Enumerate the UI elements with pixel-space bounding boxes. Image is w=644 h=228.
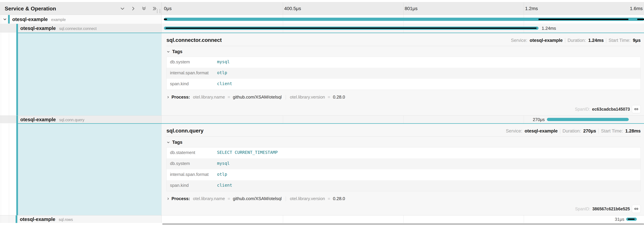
tag-value: client [217,180,640,188]
critical-path-mark [166,28,536,29]
service-value: otesql-example [524,128,558,134]
tags-section-toggle[interactable]: Tags [166,140,641,145]
collapse-one-icon[interactable] [120,6,125,12]
gridline [403,215,404,223]
tag-row: span.kind client [167,180,640,191]
horizontal-scrollbar[interactable] [162,223,644,225]
duration-value: 270μs [583,128,596,134]
gridline [524,215,524,223]
detail-left-column [0,124,162,215]
service-label: Service: [511,38,528,43]
span-bar-rows[interactable] [626,217,637,221]
tag-row: db.statement SELECT CURRENT_TIMESTAMP [167,147,640,158]
equals-sign: = [328,196,330,201]
expand-collapse-controls [120,6,158,12]
indent-guide [1,24,1,33]
detail-depth-fill [18,33,162,116]
span-detail-meta: Service: otesql-example Duration: 1.24ms… [511,38,641,43]
duration-label: Duration: [562,128,581,134]
process-section-toggle[interactable]: Process: otel.library.name = github.com/… [166,95,641,100]
span-id-label: SpanID: [575,107,590,112]
copy-span-link-button[interactable] [632,205,641,213]
tag-key: db.statement [167,147,217,155]
process-section-toggle[interactable]: Process: otel.library.name = github.com/… [166,196,641,201]
tag-key: db.system [167,158,217,166]
ruler-tick-4: 1.6ms [630,6,643,11]
duration-label: Duration: [568,38,586,43]
span-row-sql-connector-connect[interactable]: otesql-example sql.connector.connect 1.2… [0,24,644,33]
meta-divider [598,129,599,134]
tags-table: db.system mysql internal.span.format otl… [166,57,641,90]
tag-value: mysql [217,158,640,166]
process-divider [286,95,286,100]
span-row-connect-timeline[interactable]: 1.24ms [162,24,644,33]
span-duration-label: 270μs [533,117,545,122]
indent-guide [1,33,1,116]
critical-path-mark [628,218,634,220]
start-time-value: 9μs [633,38,641,43]
span-duration-label: 31μs [615,216,624,222]
jaeger-trace-timeline: Service & Operation 0μs [0,0,644,228]
tag-value: otlp [217,68,640,75]
tags-section-title: Tags [172,140,182,145]
process-label: Process: [172,95,190,100]
copy-span-link-button[interactable] [632,105,641,113]
column-resize-handle[interactable] [157,9,160,13]
span-id-row: SpanID: 386567c621b6e525 [166,205,641,213]
tags-section-toggle[interactable]: Tags [166,49,641,54]
timeline-ruler: 0μs 400.5μs 801μs 1.2ms 1.6ms [162,2,644,15]
duration-value: 1.24ms [588,38,604,43]
gridline [283,116,283,123]
ruler-tick-1: 400.5μs [284,6,301,11]
chevron-right-icon [166,197,170,200]
collapse-all-icon[interactable] [141,6,147,12]
service-label: Service: [506,128,522,134]
chevron-right-icon [166,96,170,99]
span-bar-example[interactable] [164,18,644,21]
span-bar-connect[interactable] [164,27,538,30]
indent-guide [1,124,1,215]
operation-name: sql.conn.query [59,118,84,122]
collapse-children-icon[interactable] [3,17,7,22]
expand-one-icon[interactable] [130,6,136,12]
service-color-accent [16,124,18,215]
service-color-accent [16,33,18,116]
detail-divider [166,46,641,46]
tag-value: client [217,79,640,86]
span-row-sql-conn-query[interactable]: otesql-example sql.conn.query 270μs [0,116,644,123]
detail-left-column [0,33,162,116]
ruler-divider [283,2,283,15]
service-operation-title: Service & Operation [5,5,56,12]
process-value: 0.28.0 [333,95,345,100]
span-id-value: 386567c621b6e525 [592,206,630,211]
service-name: otesql-example [20,26,56,31]
critical-path-mark [637,19,644,20]
operation-name: sql.rows [59,217,73,221]
service-color-accent [16,116,18,123]
tag-row: internal.span.format otlp [167,169,640,180]
span-row-example-name-col[interactable]: otesql-example example [0,15,162,24]
start-time-label: Start Time: [601,128,623,134]
span-id-row: SpanID: ec63cadcba145073 [166,105,641,113]
span-row-rows-name-col[interactable]: otesql-example sql.rows [0,215,162,223]
detail-depth-fill [18,124,162,215]
service-operation-header: Service & Operation [0,2,162,15]
ruler-tick-3: 1.2ms [525,6,538,11]
equals-sign: = [328,95,330,100]
span-row-example[interactable]: otesql-example example [0,15,644,24]
span-row-connect-name-col[interactable]: otesql-example sql.connector.connect [0,24,162,33]
span-bar-query[interactable] [547,118,629,121]
chevron-down-icon [166,141,170,144]
span-row-rows-timeline[interactable]: 31μs [162,215,644,223]
process-key: otel.library.name [193,95,225,100]
span-row-query-name-col[interactable]: otesql-example sql.conn.query [0,116,162,123]
span-duration-label: 1.24ms [542,26,556,31]
span-row-sql-rows[interactable]: otesql-example sql.rows 31μs [0,215,644,223]
span-row-example-timeline[interactable] [162,15,644,24]
tag-value: mysql [217,57,640,64]
span-row-query-timeline[interactable]: 270μs [162,116,644,123]
start-time-value: 1.28ms [625,128,641,134]
expand-all-icon[interactable] [152,6,158,12]
tag-row: span.kind client [167,79,640,90]
process-key: otel.library.version [290,95,325,100]
